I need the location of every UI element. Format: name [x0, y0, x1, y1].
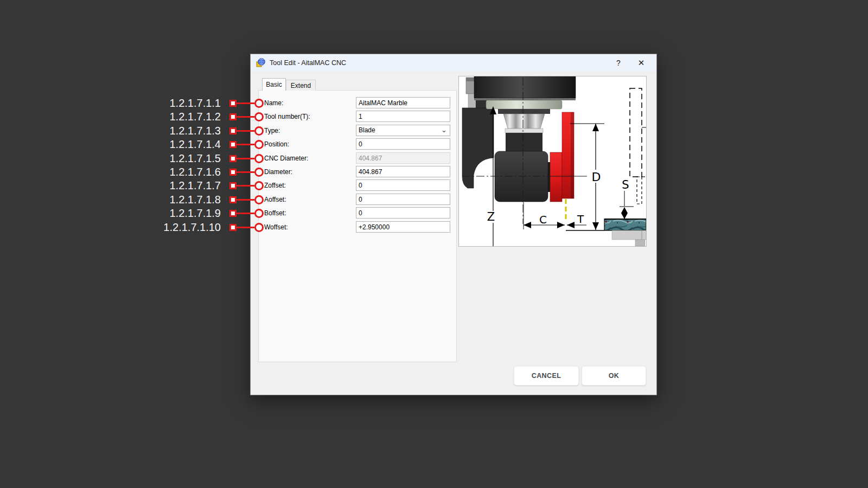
- field-label: Aoffset:: [264, 194, 286, 206]
- woffset-input[interactable]: [356, 221, 450, 233]
- annotation-id: 1.2.1.7.1.4: [169, 138, 221, 151]
- annotation-square-marker: [229, 224, 237, 231]
- field-label: Woffset:: [264, 221, 288, 233]
- tool-diagram-image: Z C T D: [458, 76, 647, 247]
- help-button[interactable]: ?: [608, 54, 629, 71]
- annotation-id: 1.2.1.7.1.8: [169, 194, 221, 206]
- cancel-button[interactable]: CANCEL: [514, 367, 578, 385]
- desktop-background: Tool Edit - AitalMAC CNC ? ✕ Basic Exten…: [0, 0, 868, 488]
- dim-label-t: T: [577, 213, 584, 226]
- field-label: Diameter:: [264, 166, 292, 178]
- annotation-id: 1.2.1.7.1.5: [169, 152, 221, 165]
- dim-label-s: S: [622, 178, 629, 191]
- annotation-row: 1.2.1.7.1.1: [130, 97, 264, 110]
- annotation-square-marker: [229, 155, 237, 162]
- diameter-input[interactable]: [356, 166, 450, 177]
- annotation-id: 1.2.1.7.1.7: [169, 179, 221, 192]
- cnc-diameter-input: [356, 152, 450, 164]
- type-dropdown[interactable]: Blade ⌄: [356, 125, 450, 136]
- annotation-square-marker: [229, 182, 237, 189]
- tab-basic[interactable]: Basic: [262, 78, 286, 91]
- annotation-id: 1.2.1.7.1.2: [169, 111, 221, 123]
- annotation-square-marker: [229, 100, 237, 107]
- name-input[interactable]: [356, 97, 450, 108]
- dialog-titlebar[interactable]: Tool Edit - AitalMAC CNC ? ✕: [251, 54, 656, 71]
- chevron-down-icon: ⌄: [441, 125, 447, 135]
- annotation-square-marker: [229, 113, 237, 120]
- ok-button[interactable]: OK: [582, 367, 646, 385]
- annotation-row: 1.2.1.7.1.6: [130, 165, 264, 178]
- dim-label-c: C: [539, 213, 547, 226]
- dialog-title: Tool Edit - AitalMAC CNC: [270, 59, 346, 67]
- field-label: Zoffset:: [264, 179, 286, 191]
- annotation-row: 1.2.1.7.1.4: [130, 138, 264, 151]
- annotation-row: 1.2.1.7.1.5: [130, 152, 264, 165]
- annotation-row: 1.2.1.7.1.8: [130, 193, 264, 206]
- annotation-row: 1.2.1.7.1.9: [130, 207, 264, 220]
- annotation-square-marker: [229, 196, 237, 203]
- annotation-row: 1.2.1.7.1.3: [130, 124, 264, 137]
- annotation-id: 1.2.1.7.1.10: [163, 221, 221, 234]
- field-label: Type:: [264, 125, 280, 137]
- field-label: Boffset:: [264, 207, 286, 219]
- close-icon[interactable]: ✕: [630, 54, 652, 71]
- field-label: Position:: [264, 138, 289, 150]
- type-dropdown-value: Blade: [359, 126, 375, 134]
- annotation-square-marker: [229, 210, 237, 217]
- annotation-id: 1.2.1.7.1.9: [169, 207, 221, 220]
- tool-number-input[interactable]: [356, 111, 450, 122]
- field-label: CNC Diameter:: [264, 152, 308, 164]
- annotation-square-marker: [229, 141, 237, 148]
- annotation-row: 1.2.1.7.1.10: [130, 221, 264, 234]
- tab-extend[interactable]: Extend: [286, 80, 316, 91]
- app-globe-icon: [256, 58, 265, 67]
- position-input[interactable]: [356, 138, 450, 150]
- annotation-square-marker: [229, 169, 237, 176]
- field-label: Name:: [264, 97, 283, 109]
- annotation-id: 1.2.1.7.1.1: [169, 97, 221, 110]
- annotation-row: 1.2.1.7.1.2: [130, 110, 264, 123]
- annotation-row: 1.2.1.7.1.7: [130, 179, 264, 192]
- aoffset-input[interactable]: [356, 194, 450, 205]
- tool-edit-dialog: Tool Edit - AitalMAC CNC ? ✕ Basic Exten…: [251, 54, 656, 395]
- boffset-input[interactable]: [356, 207, 450, 219]
- dim-label-z: Z: [487, 210, 495, 223]
- annotation-id: 1.2.1.7.1.6: [169, 166, 221, 178]
- field-label: Tool number(T):: [264, 111, 310, 123]
- annotation-id: 1.2.1.7.1.3: [169, 125, 221, 137]
- zoffset-input[interactable]: [356, 179, 450, 191]
- dim-label-d: D: [592, 170, 601, 184]
- annotation-square-marker: [229, 127, 237, 134]
